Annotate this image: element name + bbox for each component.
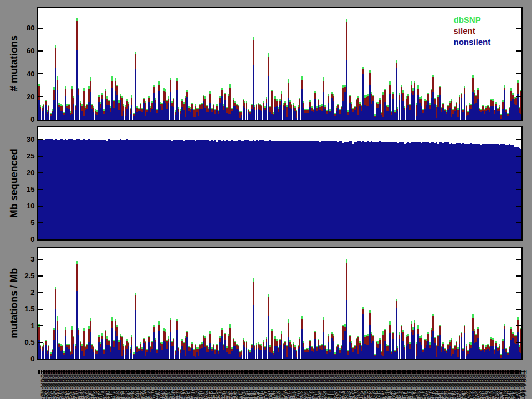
svg-text:dbSNP: dbSNP	[454, 15, 481, 24]
svg-text:1: 1	[30, 321, 34, 330]
svg-text:40: 40	[27, 70, 34, 78]
svg-text:0: 0	[30, 355, 34, 363]
svg-text:10: 10	[27, 202, 34, 210]
svg-text:20: 20	[27, 93, 34, 101]
svg-text:mutations / Mb: mutations / Mb	[8, 268, 19, 339]
svg-text:20: 20	[27, 168, 34, 177]
svg-text:# mutations: # mutations	[8, 35, 19, 91]
svg-text:1.5: 1.5	[24, 305, 34, 313]
svg-text:0: 0	[30, 115, 34, 124]
svg-text:0: 0	[30, 235, 34, 243]
svg-text:60: 60	[27, 47, 34, 55]
svg-text:2: 2	[30, 288, 34, 296]
svg-text:5: 5	[30, 218, 34, 227]
svg-text:Mb sequenced: Mb sequenced	[8, 149, 19, 218]
svg-text:2.5: 2.5	[24, 272, 34, 280]
svg-text:nonsilent: nonsilent	[454, 37, 491, 47]
svg-text:80: 80	[27, 24, 34, 32]
svg-text:TCGA-1A-3293-03A-07D-0128-08: TCGA-1A-3293-03A-07D-0128-08	[522, 370, 528, 399]
svg-text:silent: silent	[454, 26, 475, 35]
svg-text:3: 3	[30, 255, 34, 263]
svg-text:25: 25	[27, 152, 34, 160]
svg-text:30: 30	[27, 135, 34, 144]
svg-text:0.5: 0.5	[24, 338, 34, 346]
svg-text:15: 15	[27, 185, 34, 193]
